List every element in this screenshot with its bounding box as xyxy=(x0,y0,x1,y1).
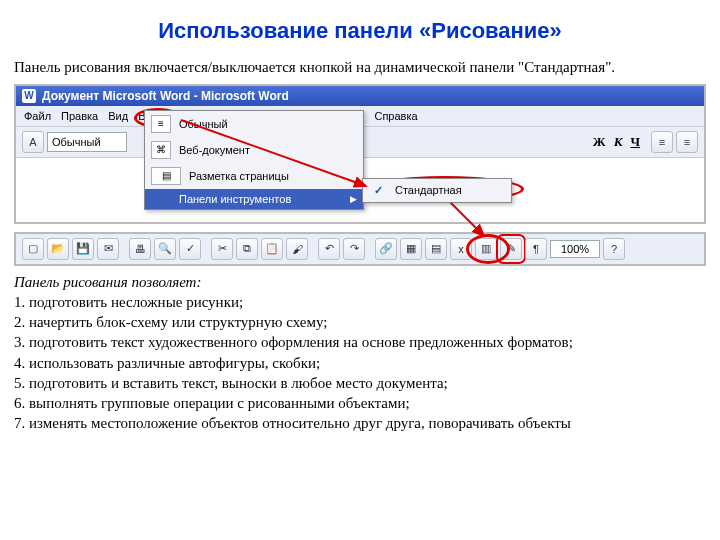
preview-icon[interactable]: 🔍 xyxy=(154,238,176,260)
check-icon: ✓ xyxy=(371,184,385,197)
undo-icon[interactable]: ↶ xyxy=(318,238,340,260)
submenu-standard[interactable]: ✓ Стандартная xyxy=(363,179,511,202)
cap-6: 6. выполнять групповые операции с рисова… xyxy=(14,393,706,413)
menu-edit[interactable]: Правка xyxy=(61,110,98,122)
spellcheck-icon[interactable]: ✓ xyxy=(179,238,201,260)
window-title: Документ Microsoft Word - Microsoft Word xyxy=(42,89,289,103)
bold-button[interactable]: Ж xyxy=(593,134,606,150)
view-web-label: Веб-документ xyxy=(179,144,250,156)
columns-icon[interactable]: ▥ xyxy=(475,238,497,260)
web-view-icon: ⌘ xyxy=(151,141,171,159)
capabilities-lead: Панель рисования позволяет: xyxy=(14,272,706,292)
hyperlink-icon[interactable]: 🔗 xyxy=(375,238,397,260)
print-icon[interactable]: 🖶 xyxy=(129,238,151,260)
normal-view-icon: ≡ xyxy=(151,115,171,133)
cap-7: 7. изменять местоположение объектов отно… xyxy=(14,413,706,433)
insert-table-icon[interactable]: ▤ xyxy=(425,238,447,260)
cut-icon[interactable]: ✂ xyxy=(211,238,233,260)
menu-file[interactable]: Файл xyxy=(24,110,51,122)
cap-3: 3. подготовить текст художественного офо… xyxy=(14,332,706,352)
help-icon[interactable]: ? xyxy=(603,238,625,260)
cap-4: 4. использовать различные автофигуры, ск… xyxy=(14,353,706,373)
underline-button[interactable]: Ч xyxy=(630,134,640,150)
view-toolbars[interactable]: Панели инструментов ▶ xyxy=(145,189,363,209)
word-window: W Документ Microsoft Word - Microsoft Wo… xyxy=(14,84,706,224)
view-toolbars-label: Панели инструментов xyxy=(179,193,291,205)
print-layout-icon: ▤ xyxy=(151,167,181,185)
open-icon[interactable]: 📂 xyxy=(47,238,69,260)
view-menu-dropdown: ≡ Обычный ⌘ Веб-документ ▤ Разметка стра… xyxy=(144,110,364,210)
view-web[interactable]: ⌘ Веб-документ xyxy=(145,137,363,163)
cap-1: 1. подготовить несложные рисунки; xyxy=(14,292,706,312)
capabilities-block: Панель рисования позволяет: 1. подготови… xyxy=(14,272,706,434)
titlebar: W Документ Microsoft Word - Microsoft Wo… xyxy=(16,86,704,106)
drawing-icon[interactable]: ✎ xyxy=(500,238,522,260)
view-print-layout-label: Разметка страницы xyxy=(189,170,289,182)
standard-toolbar-strip: ▢ 📂 💾 ✉ 🖶 🔍 ✓ ✂ ⧉ 📋 🖌 ↶ ↷ 🔗 ▦ ▤ x ▥ ✎ ¶ … xyxy=(14,232,706,266)
submenu-standard-label: Стандартная xyxy=(395,184,462,196)
submenu-arrow-icon: ▶ xyxy=(350,194,357,204)
excel-icon[interactable]: x xyxy=(450,238,472,260)
view-normal[interactable]: ≡ Обычный xyxy=(145,111,363,137)
save-icon[interactable]: 💾 xyxy=(72,238,94,260)
cap-5: 5. подготовить и вставить текст, выноски… xyxy=(14,373,706,393)
redo-icon[interactable]: ↷ xyxy=(343,238,365,260)
word-icon: W xyxy=(22,89,36,103)
align-center-icon[interactable]: ≡ xyxy=(676,131,698,153)
new-doc-icon[interactable]: ▢ xyxy=(22,238,44,260)
page-heading: Использование панели «Рисование» xyxy=(14,18,706,44)
cap-2: 2. начертить блок-схему или структурную … xyxy=(14,312,706,332)
align-left-icon[interactable]: ≡ xyxy=(651,131,673,153)
zoom-box[interactable]: 100% xyxy=(550,240,600,258)
menu-help[interactable]: Справка xyxy=(374,110,417,122)
tables-borders-icon[interactable]: ▦ xyxy=(400,238,422,260)
style-box[interactable]: Обычный xyxy=(47,132,127,152)
style-dropdown-icon[interactable]: A xyxy=(22,131,44,153)
paste-icon[interactable]: 📋 xyxy=(261,238,283,260)
intro-text: Панель рисования включается/выключается … xyxy=(14,58,706,78)
italic-button[interactable]: К xyxy=(614,134,623,150)
doc-map-icon[interactable]: ¶ xyxy=(525,238,547,260)
copy-icon[interactable]: ⧉ xyxy=(236,238,258,260)
view-print-layout[interactable]: ▤ Разметка страницы xyxy=(145,163,363,189)
format-painter-icon[interactable]: 🖌 xyxy=(286,238,308,260)
mail-icon[interactable]: ✉ xyxy=(97,238,119,260)
view-normal-label: Обычный xyxy=(179,118,228,130)
toolbars-submenu: ✓ Стандартная xyxy=(362,178,512,203)
menu-view[interactable]: Вид xyxy=(108,110,128,122)
